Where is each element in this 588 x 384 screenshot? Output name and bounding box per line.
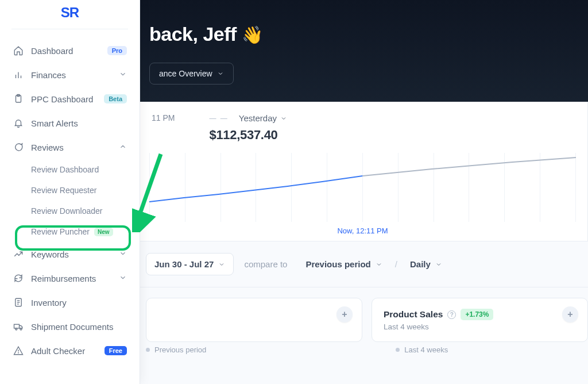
legend-row: Previous period Last 4 weeks bbox=[140, 342, 588, 354]
sub-item-review-requester[interactable]: Review Requester bbox=[31, 180, 134, 201]
sidebar-item-label: Dashboard bbox=[31, 46, 103, 56]
legend-last4: Last 4 weeks bbox=[396, 345, 448, 354]
trend-icon bbox=[13, 248, 24, 260]
title-text: back, Jeff bbox=[149, 23, 237, 45]
sidebar-item-label: Finances bbox=[31, 70, 119, 80]
truck-icon bbox=[13, 321, 24, 332]
overview-label: ance Overview bbox=[159, 69, 212, 78]
chart-section: 11 PM — — Yesterday $112,537.40 bbox=[140, 102, 588, 241]
chevron-down-icon bbox=[119, 249, 127, 259]
chevron-down-icon bbox=[435, 261, 442, 268]
previous-period-label: Previous period bbox=[305, 259, 370, 269]
badge-beta: Beta bbox=[104, 94, 127, 103]
legend-previous: Previous period bbox=[146, 345, 206, 354]
warning-icon bbox=[13, 345, 24, 356]
chevron-down-icon bbox=[280, 115, 287, 122]
chevron-down-icon bbox=[218, 261, 225, 268]
chevron-down-icon bbox=[376, 261, 382, 268]
main: back, Jeff 👋 ance Overview 11 PM — — Yes… bbox=[140, 0, 588, 384]
filter-bar: Jun 30 - Jul 27 compare to Previous peri… bbox=[140, 241, 588, 287]
sidebar-item-label: Reimbursements bbox=[31, 274, 119, 283]
legend-label: Last 4 weeks bbox=[404, 345, 448, 354]
card-title: Product Sales bbox=[384, 309, 443, 320]
reviews-sub-items: Review Dashboard Review Requester Review… bbox=[6, 159, 134, 242]
date-range-label: Jun 30 - Jul 27 bbox=[154, 259, 214, 269]
chevron-up-icon bbox=[119, 143, 127, 152]
previous-period-dropdown[interactable]: Previous period bbox=[297, 254, 390, 275]
legend-label: Previous period bbox=[154, 345, 206, 354]
sidebar-item-label: PPC Dashboard bbox=[31, 94, 99, 104]
sidebar-item-smart-alerts[interactable]: Smart Alerts bbox=[6, 111, 134, 135]
compare-label: compare to bbox=[236, 254, 295, 275]
nav: Dashboard Pro Finances PPC Dashboard Bet… bbox=[0, 29, 140, 363]
sidebar-item-reviews[interactable]: Reviews bbox=[6, 135, 134, 159]
add-card-button[interactable]: + bbox=[336, 306, 353, 322]
sub-item-review-dashboard[interactable]: Review Dashboard bbox=[31, 159, 134, 180]
chat-icon bbox=[13, 141, 24, 153]
bar-chart-icon bbox=[13, 69, 24, 80]
chart-amount: $112,537.40 bbox=[209, 128, 287, 143]
sidebar-item-label: Adult Checker bbox=[31, 346, 100, 356]
sidebar-item-label: Inventory bbox=[31, 298, 127, 308]
chevron-down-icon bbox=[217, 70, 224, 77]
interval-label: Daily bbox=[410, 259, 431, 269]
slash-divider: / bbox=[393, 259, 400, 269]
card-blank: + bbox=[146, 298, 362, 342]
sidebar-item-keywords[interactable]: Keywords bbox=[6, 242, 134, 266]
overview-dropdown[interactable]: ance Overview bbox=[149, 63, 234, 85]
legend-dot-icon bbox=[396, 348, 400, 352]
sidebar-item-label: Shipment Documents bbox=[31, 322, 127, 332]
chart-now-label: Now, 12:11 PM bbox=[149, 226, 576, 235]
dash-icon: — — bbox=[209, 114, 228, 122]
sidebar: SR Dashboard Pro Finances PPC Dashboard … bbox=[0, 0, 140, 384]
svg-point-13 bbox=[18, 352, 19, 353]
page-title: back, Jeff 👋 bbox=[149, 23, 565, 45]
interval-dropdown[interactable]: Daily bbox=[402, 254, 450, 275]
cards-row: + Product Sales ? +1.73% Last 4 weeks + bbox=[140, 287, 588, 342]
badge-free: Free bbox=[105, 346, 127, 355]
pct-badge: +1.73% bbox=[461, 309, 493, 320]
sidebar-item-finances[interactable]: Finances bbox=[6, 63, 134, 87]
legend-dot-icon bbox=[146, 348, 150, 352]
chevron-down-icon bbox=[119, 70, 127, 80]
header: back, Jeff 👋 ance Overview bbox=[140, 0, 588, 102]
sidebar-item-label: Reviews bbox=[31, 143, 119, 152]
sidebar-item-reimbursements[interactable]: Reimbursements bbox=[6, 266, 134, 290]
refresh-icon bbox=[13, 272, 24, 284]
help-icon[interactable]: ? bbox=[447, 310, 456, 319]
sidebar-item-adult-checker[interactable]: Adult Checker Free bbox=[6, 339, 134, 363]
card-subtitle: Last 4 weeks bbox=[384, 322, 576, 331]
clipboard-icon bbox=[13, 93, 24, 105]
sidebar-item-shipment-documents[interactable]: Shipment Documents bbox=[6, 314, 134, 339]
badge-pro: Pro bbox=[107, 46, 127, 55]
sub-item-label: Review Puncher bbox=[31, 227, 90, 236]
wave-emoji-icon: 👋 bbox=[242, 25, 263, 44]
chart-area bbox=[149, 153, 576, 222]
badge-new: New bbox=[94, 228, 113, 236]
add-card-button[interactable]: + bbox=[562, 306, 578, 322]
sidebar-item-label: Smart Alerts bbox=[31, 118, 127, 128]
sidebar-item-ppc[interactable]: PPC Dashboard Beta bbox=[6, 87, 134, 111]
card-product-sales: Product Sales ? +1.73% Last 4 weeks + bbox=[372, 298, 588, 342]
yesterday-label: Yesterday bbox=[239, 113, 277, 123]
sub-item-review-downloader[interactable]: Review Downloader bbox=[31, 201, 134, 221]
date-range-picker[interactable]: Jun 30 - Jul 27 bbox=[146, 253, 234, 275]
home-icon bbox=[13, 45, 24, 56]
svg-point-11 bbox=[20, 328, 22, 330]
sidebar-item-label: Keywords bbox=[31, 249, 119, 259]
svg-point-10 bbox=[16, 328, 17, 330]
sub-item-review-puncher[interactable]: Review Puncher New bbox=[31, 221, 134, 242]
chart-time-label: 11 PM bbox=[152, 113, 175, 122]
chart-header: 11 PM — — Yesterday $112,537.40 bbox=[149, 113, 576, 143]
bell-icon bbox=[13, 117, 24, 129]
document-icon bbox=[13, 297, 24, 308]
yesterday-dropdown[interactable]: Yesterday bbox=[239, 113, 287, 123]
chart-plot bbox=[149, 153, 576, 222]
chevron-down-icon bbox=[119, 274, 127, 283]
sidebar-item-inventory[interactable]: Inventory bbox=[6, 290, 134, 314]
svg-rect-9 bbox=[14, 324, 20, 328]
logo-area: SR bbox=[11, 0, 128, 29]
sidebar-item-dashboard[interactable]: Dashboard Pro bbox=[6, 39, 134, 63]
logo: SR bbox=[61, 5, 79, 21]
